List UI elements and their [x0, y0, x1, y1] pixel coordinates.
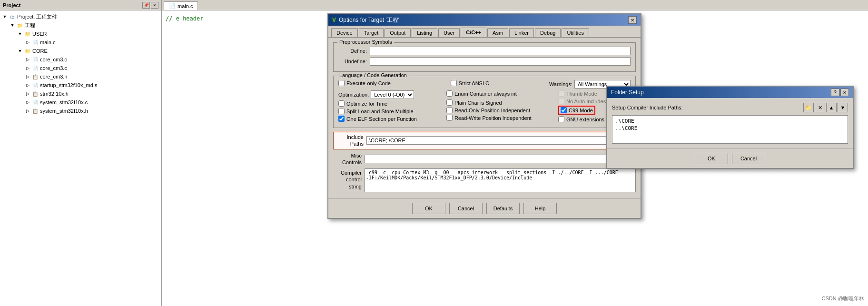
folder-dialog-title: Folder Setup [611, 89, 644, 96]
misc-controls-label: MiscControls [333, 152, 362, 166]
options-body: Preprocessor Symbols Define: Undefine: L… [328, 37, 641, 198]
label-main-c: main.c [40, 39, 55, 45]
tree-item-core-cm3-h[interactable]: ▷ 📋 core_cm3.h [1, 72, 160, 81]
editor-tab-main-c[interactable]: 📄 main.c [164, 1, 198, 10]
label-system-c: system_stm32f10x.c [40, 99, 88, 105]
options-ok-button[interactable]: OK [412, 203, 445, 214]
file-icon-core-cm3-h: 📋 [31, 73, 39, 80]
file-icon-core-cm3-c2: 📄 [31, 64, 39, 72]
tree-item-core-cm3-c2[interactable]: ▷ 📄 core_cm3.c [1, 64, 160, 72]
thumb-mode-cb[interactable] [558, 90, 564, 97]
folder-dialog-body: Setup Compiler Include Paths: 📁 ✕ ▲ ▼ .\… [607, 98, 853, 148]
strict-ansi-label: Strict ANSI C [459, 80, 489, 86]
options-dialog-titlebar: V Options for Target '工程' ✕ [328, 14, 641, 26]
optimize-time-cb[interactable] [338, 100, 345, 107]
optimization-select[interactable]: Level 0 (-O0) Level 1 (-O1) Level 2 (-O2… [371, 90, 414, 99]
optimize-time-label: Optimize for Time [346, 101, 387, 107]
label-core: CORE [32, 48, 48, 54]
tab-asm[interactable]: Asm [487, 28, 508, 37]
code-comment: // e header [166, 15, 203, 22]
folder-icon-core: 📁 [24, 47, 31, 55]
include-paths-input[interactable] [366, 136, 621, 145]
one-elf-cb[interactable] [338, 116, 345, 122]
tab-cc[interactable]: C/C++ [461, 28, 486, 37]
no-auto-includes-cb[interactable] [558, 98, 564, 104]
tab-utilities[interactable]: Utilities [562, 28, 589, 37]
warnings-label: Warnings: [549, 81, 572, 87]
folder-new-button[interactable]: 📁 [803, 103, 814, 112]
thumb-mode-label: Thumb Mode [566, 91, 597, 97]
gnu-ext-cb[interactable] [558, 116, 564, 122]
misc-controls-input[interactable] [365, 155, 636, 163]
folder-setup-label-text: Setup Compiler Include Paths: [612, 105, 683, 110]
options-defaults-button[interactable]: Defaults [486, 203, 520, 214]
one-elf-row: One ELF Section per Function [338, 116, 442, 122]
file-icon-system-c: 📄 [31, 99, 39, 106]
tab-user[interactable]: User [438, 28, 460, 37]
define-input[interactable] [370, 47, 631, 55]
options-dialog: V Options for Target '工程' ✕ Device Targe… [327, 13, 641, 219]
csdn-watermark: CSDN @咖哩年糕 [822, 295, 864, 302]
folder-delete-button[interactable]: ✕ [815, 103, 825, 112]
plain-char-cb[interactable] [446, 99, 453, 106]
tree-item-startup[interactable]: ▷ 📄 startup_stm32f10x_md.s [1, 81, 160, 89]
folder-down-button[interactable]: ▼ [838, 103, 848, 112]
tab-output[interactable]: Output [385, 28, 411, 37]
folder-cancel-button[interactable]: Cancel [732, 153, 765, 164]
tree-item-main-c[interactable]: ▷ 📄 main.c [1, 38, 160, 47]
readwrite-pos-cb[interactable] [446, 115, 453, 121]
expander-startup: ▷ [24, 81, 31, 89]
enum-container-cb[interactable] [446, 90, 453, 97]
folder-close-button[interactable]: ✕ [840, 89, 849, 96]
include-paths-row: IncludePaths ... [333, 132, 636, 149]
folder-list-item-1[interactable]: .\CORE [614, 118, 846, 125]
tab-debug[interactable]: Debug [535, 28, 561, 37]
c99-mode-label: C99 Mode [569, 108, 593, 113]
project-title-label: Project [3, 2, 20, 8]
tab-linker[interactable]: Linker [509, 28, 534, 37]
tree-item-gongcheng[interactable]: ▼ 📁 工程 [1, 21, 160, 30]
label-core-cm3-h: core_cm3.h [40, 74, 67, 79]
readwrite-pos-row: Read-Write Position Independent [446, 115, 550, 121]
undefine-input[interactable] [370, 57, 631, 66]
root-label: Project: 工程文件 [17, 13, 57, 20]
tree-item-system-h[interactable]: ▷ 📋 system_stm32f10x.h [1, 107, 160, 115]
expander-core: ▼ [16, 47, 24, 55]
folder-list-item-2[interactable]: ..\CORE [614, 125, 846, 132]
tree-item-core-cm3-c1[interactable]: ▷ 📄 core_cm3.c [1, 55, 160, 64]
c99-mode-cb[interactable] [561, 107, 567, 113]
readonly-pos-cb[interactable] [446, 107, 453, 113]
tab-label: main.c [178, 3, 193, 9]
tab-listing[interactable]: Listing [412, 28, 437, 37]
optimization-row: Optimization: Level 0 (-O0) Level 1 (-O1… [338, 90, 442, 99]
compiler-control-textarea[interactable]: -c99 -c -cpu Cortex-M3 -g -O0 --apcs=int… [365, 168, 636, 192]
folder-ok-button[interactable]: OK [695, 153, 728, 164]
project-icon: 🗂 [9, 13, 16, 20]
options-close-button[interactable]: ✕ [628, 16, 637, 24]
tree-root[interactable]: ▼ 🗂 Project: 工程文件 [1, 12, 160, 21]
options-help-button[interactable]: Help [523, 203, 557, 214]
tree-item-system-c[interactable]: ▷ 📄 system_stm32f10x.c [1, 98, 160, 107]
strict-ansi-cb[interactable] [451, 80, 457, 86]
options-cancel-button[interactable]: Cancel [449, 203, 483, 214]
split-load-cb[interactable] [338, 108, 345, 114]
tab-device[interactable]: Device [331, 28, 358, 37]
undefine-label: Undefine: [338, 59, 367, 64]
pin-button[interactable]: 📌 [142, 2, 150, 9]
tree-item-user[interactable]: ▼ 📁 USER [1, 30, 160, 38]
close-panel-button[interactable]: ✕ [151, 2, 158, 9]
tab-target[interactable]: Target [359, 28, 384, 37]
label-system-h: system_stm32f10x.h [40, 108, 88, 114]
folder-up-button[interactable]: ▲ [826, 103, 837, 112]
execute-only-cb[interactable] [338, 80, 345, 86]
folder-question-button[interactable]: ? [831, 89, 839, 96]
optimization-label: Optimization: [338, 92, 369, 98]
tree-item-stm32-h[interactable]: ▷ 📋 stm32f10x.h [1, 89, 160, 98]
readonly-pos-label: Read-Only Position Independent [454, 108, 530, 113]
compiler-control-row: Compilercontrolstring -c99 -c -cpu Corte… [333, 168, 636, 194]
preprocessor-group: Preprocessor Symbols Define: Undefine: [333, 42, 636, 72]
expander-gongcheng: ▼ [9, 21, 16, 29]
tree-item-core[interactable]: ▼ 📁 CORE [1, 47, 160, 55]
label-core-cm3-c1: core_cm3.c [40, 57, 67, 62]
main-area: 📄 main.c // e header CSDN @咖哩年糕 V Option… [162, 0, 868, 306]
